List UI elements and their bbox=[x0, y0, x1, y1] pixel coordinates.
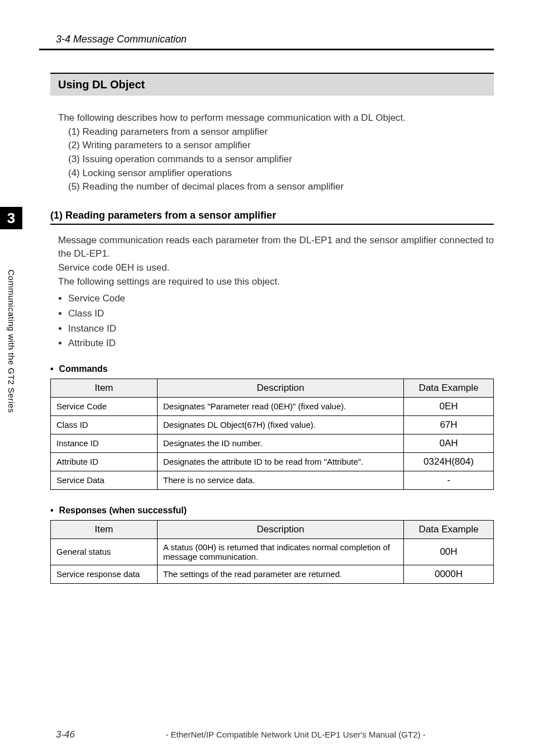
cmd-item: Class ID bbox=[51, 415, 158, 434]
cmd-ex: 0324H(804) bbox=[404, 452, 494, 471]
cmd-ex: 0AH bbox=[404, 434, 494, 452]
resp-ex: 0000H bbox=[404, 565, 494, 583]
running-header: 3-4 Message Communication bbox=[56, 34, 494, 45]
resp-item: General status bbox=[51, 538, 158, 565]
intro-enum-5: (5) Reading the number of decimal places… bbox=[68, 180, 494, 194]
subsection-para-3: The following settings are required to u… bbox=[58, 275, 494, 289]
list-item: Service Code bbox=[68, 292, 494, 306]
page-number: 3-46 bbox=[56, 729, 75, 740]
cmd-desc: Designates "Parameter read (0EH)" (fixed… bbox=[158, 397, 404, 415]
table-row: Service Code Designates "Parameter read … bbox=[51, 397, 494, 415]
section-intro: The following describes how to perform m… bbox=[58, 111, 494, 194]
page-footer: 3-46 - EtherNet/IP Compatible Network Un… bbox=[39, 729, 494, 740]
responses-col-desc: Description bbox=[158, 520, 404, 538]
responses-col-ex: Data Example bbox=[404, 520, 494, 538]
table-row: Attribute ID Designates the attribute ID… bbox=[51, 452, 494, 471]
commands-col-item: Item bbox=[51, 379, 158, 397]
resp-ex: 00H bbox=[404, 538, 494, 565]
subsection-para-1: Message communication reads each paramet… bbox=[58, 234, 494, 261]
table-row: Class ID Designates DL Object(67H) (fixe… bbox=[51, 415, 494, 434]
cmd-ex: - bbox=[404, 471, 494, 489]
responses-table: Item Description Data Example General st… bbox=[50, 520, 494, 584]
cmd-item: Service Data bbox=[51, 471, 158, 489]
table-row: General status A status (00H) is returne… bbox=[51, 538, 494, 565]
commands-table: Item Description Data Example Service Co… bbox=[50, 379, 494, 490]
commands-col-desc: Description bbox=[158, 379, 404, 397]
list-item: Instance ID bbox=[68, 322, 494, 336]
cmd-desc: Designates DL Object(67H) (fixed value). bbox=[158, 415, 404, 434]
resp-desc: The settings of the read parameter are r… bbox=[158, 565, 404, 583]
intro-enum-4: (4) Locking sensor amplifier operations bbox=[68, 167, 494, 181]
table-row: Service response data The settings of th… bbox=[51, 565, 494, 583]
responses-col-item: Item bbox=[51, 520, 158, 538]
subsection-heading: (1) Reading parameters from a sensor amp… bbox=[50, 210, 494, 221]
cmd-item: Service Code bbox=[51, 397, 158, 415]
cmd-desc: There is no service data. bbox=[158, 471, 404, 489]
list-item: Class ID bbox=[68, 307, 494, 321]
cmd-ex: 67H bbox=[404, 415, 494, 434]
intro-lead: The following describes how to perform m… bbox=[58, 111, 494, 125]
cmd-desc: Designates the attribute ID to be read f… bbox=[158, 452, 404, 471]
intro-enum-3: (3) Issuing operation commands to a sens… bbox=[68, 153, 494, 167]
cmd-ex: 0EH bbox=[404, 397, 494, 415]
commands-heading: Commands bbox=[50, 364, 494, 374]
subsection-para-2: Service code 0EH is used. bbox=[58, 261, 494, 275]
section-title: Using DL Object bbox=[50, 73, 494, 96]
cmd-item: Instance ID bbox=[51, 434, 158, 452]
intro-enum-1: (1) Reading parameters from a sensor amp… bbox=[68, 125, 494, 139]
list-item: Attribute ID bbox=[68, 337, 494, 351]
table-row: Service Data There is no service data. - bbox=[51, 471, 494, 489]
intro-enum-2: (2) Writing parameters to a sensor ampli… bbox=[68, 139, 494, 153]
resp-item: Service response data bbox=[51, 565, 158, 583]
table-row: Instance ID Designates the ID number. 0A… bbox=[51, 434, 494, 452]
cmd-item: Attribute ID bbox=[51, 452, 158, 471]
subsection-body: Message communication reads each paramet… bbox=[58, 234, 494, 351]
subsection-rule bbox=[50, 224, 494, 225]
resp-desc: A status (00H) is returned that indicate… bbox=[158, 538, 404, 565]
responses-heading: Responses (when successful) bbox=[50, 505, 494, 516]
commands-col-ex: Data Example bbox=[404, 379, 494, 397]
cmd-desc: Designates the ID number. bbox=[158, 434, 404, 452]
footer-title: - EtherNet/IP Compatible Network Unit DL… bbox=[97, 730, 494, 739]
required-settings-list: Service Code Class ID Instance ID Attrib… bbox=[58, 292, 494, 351]
header-rule bbox=[39, 49, 494, 50]
